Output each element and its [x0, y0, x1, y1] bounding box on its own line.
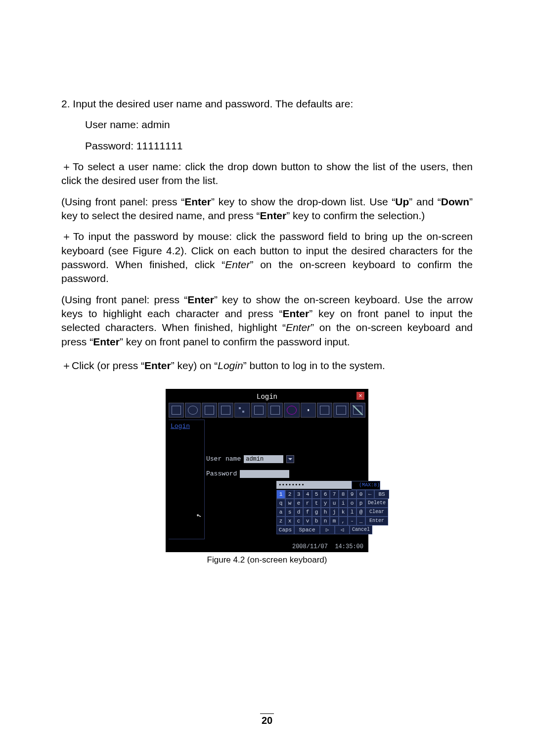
osk-max-label: (MAX:8) [352, 481, 380, 490]
osk-key[interactable]: k [339, 508, 348, 517]
osk-key[interactable]: 1 [276, 490, 285, 499]
login-panel: User name admin Password •••••••• (MAX:8… [206, 420, 365, 539]
document-body: 2. Input the desired user name and passw… [61, 97, 473, 565]
osk-key[interactable]: c [294, 517, 303, 525]
osk-key[interactable]: ← [365, 490, 374, 499]
username-label: User name [206, 455, 241, 463]
figure-caption: Figure 4.2 (on-screen keyboard) [61, 555, 473, 565]
para-login: ＋Click (or press “Enter” key) on “Login”… [61, 359, 473, 373]
username-row: User name admin [206, 455, 365, 463]
osk-key[interactable]: a [276, 508, 285, 517]
toolbar-icon-4[interactable] [218, 403, 233, 418]
cursor-icon: ↖ [195, 509, 203, 520]
osk-key[interactable]: x [285, 517, 294, 525]
osk-key-clear[interactable]: Clear [365, 508, 388, 517]
osk-key[interactable]: o [348, 499, 356, 508]
osk-key[interactable]: t [312, 499, 321, 508]
toolbar-icon-11[interactable] [333, 403, 349, 418]
osk-key-delete[interactable]: Delete [365, 499, 388, 508]
osk-key[interactable]: b [312, 517, 321, 525]
osk-key[interactable]: r [303, 499, 312, 508]
osk-key[interactable]: 4 [303, 490, 312, 499]
step-2-line: 2. Input the desired user name and passw… [61, 97, 473, 111]
osk-key[interactable]: _ [356, 517, 365, 525]
osk-key[interactable]: i [339, 499, 348, 508]
osk-key-bs[interactable]: BS [374, 490, 389, 499]
osk-key[interactable]: f [303, 508, 312, 517]
status-timestamp: 2008/11/07 14:35:00 [166, 543, 368, 550]
sidebar: Login ↖ [169, 420, 205, 539]
default-username: User name: admin [61, 118, 473, 132]
osk-key[interactable]: e [294, 499, 303, 508]
toolbar-icon-3[interactable] [202, 403, 217, 418]
toolbar-icon-6[interactable] [251, 403, 267, 418]
osk-key[interactable]: g [312, 508, 321, 517]
osk-key-space[interactable]: Space [294, 525, 320, 534]
osk-key[interactable]: 0 [356, 490, 365, 499]
para-select-user: ＋To select a user name: click the drop d… [61, 160, 473, 188]
toolbar-icon-12[interactable] [350, 403, 365, 418]
toolbar-icon-10[interactable] [317, 403, 332, 418]
osk-key[interactable]: n [321, 517, 330, 525]
osk-key[interactable]: , [339, 517, 348, 525]
osk-key[interactable]: 7 [330, 490, 339, 499]
onscreen-keyboard: •••••••• (MAX:8) 1 2 3 4 5 6 7 8 9 0 ← B… [276, 481, 380, 534]
password-row: Password [206, 470, 365, 478]
toolbar [169, 403, 365, 418]
password-input[interactable] [240, 470, 289, 478]
osk-key[interactable]: 6 [321, 490, 330, 499]
osk-key-cancel[interactable]: Cancel [350, 525, 372, 534]
osk-key-left[interactable]: ◁ [335, 525, 350, 534]
osk-key[interactable]: j [330, 508, 339, 517]
osk-key[interactable]: h [321, 508, 330, 517]
window-title: Login [166, 393, 368, 401]
osk-key[interactable]: d [294, 508, 303, 517]
username-input[interactable]: admin [244, 455, 283, 463]
osk-key[interactable]: l [348, 508, 356, 517]
osk-key[interactable]: 9 [348, 490, 356, 499]
sidebar-login-item[interactable]: Login [169, 420, 204, 432]
osk-row-3: a s d f g h j k l @ Clear [276, 508, 380, 517]
osk-key[interactable]: 2 [285, 490, 294, 499]
para-input-password: ＋To input the password by mouse: click t… [61, 230, 473, 285]
osk-key[interactable]: @ [356, 508, 365, 517]
osk-row-1: 1 2 3 4 5 6 7 8 9 0 ← BS [276, 490, 380, 499]
osk-key[interactable]: 8 [339, 490, 348, 499]
osk-key[interactable]: z [276, 517, 285, 525]
osk-key[interactable]: - [348, 517, 356, 525]
para-input-password-panel: (Using front panel: press “Enter” key to… [61, 293, 473, 349]
osk-key[interactable]: y [321, 499, 330, 508]
username-dropdown-icon[interactable] [286, 455, 294, 463]
osk-key[interactable]: 3 [294, 490, 303, 499]
osk-key[interactable]: s [285, 508, 294, 517]
osk-key[interactable]: q [276, 499, 285, 508]
osk-key[interactable]: m [330, 517, 339, 525]
toolbar-icon-7[interactable] [267, 403, 283, 418]
dvr-screenshot: Login × Login ↖ User name admin [166, 389, 368, 552]
toolbar-icon-2[interactable] [185, 403, 200, 418]
osk-key[interactable]: p [356, 499, 365, 508]
password-label: Password [206, 470, 237, 477]
toolbar-icon-5[interactable] [234, 403, 250, 418]
osk-key[interactable]: u [330, 499, 339, 508]
default-password: Password: 11111111 [61, 139, 473, 153]
osk-display: •••••••• [276, 481, 352, 489]
toolbar-icon-9[interactable] [301, 403, 316, 418]
osk-row-2: q w e r t y u i o p Delete [276, 499, 380, 508]
page-number: 20 [0, 713, 534, 726]
osk-row-4: z x c v b n m , - _ Enter [276, 517, 380, 525]
osk-key-right[interactable]: ▷ [320, 525, 335, 534]
para-select-user-panel: (Using front panel: press “Enter” key to… [61, 195, 473, 223]
toolbar-icon-1[interactable] [169, 403, 184, 418]
osk-key[interactable]: w [285, 499, 294, 508]
osk-key[interactable]: v [303, 517, 312, 525]
close-icon[interactable]: × [356, 392, 364, 400]
osk-key-enter[interactable]: Enter [365, 517, 388, 525]
osk-key[interactable]: 5 [312, 490, 321, 499]
osk-row-5: Caps Space ▷ ◁ Cancel [276, 525, 380, 534]
toolbar-icon-8[interactable] [284, 403, 299, 418]
osk-key-caps[interactable]: Caps [276, 525, 294, 534]
